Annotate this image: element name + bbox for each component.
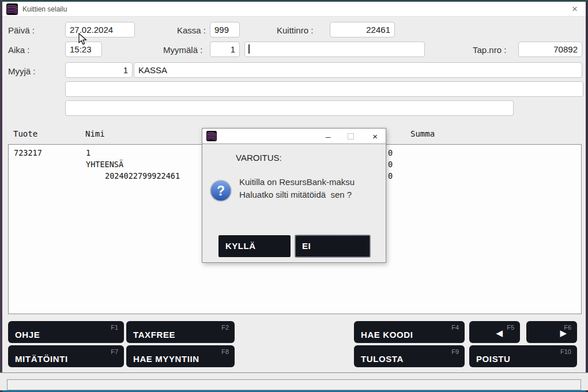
column-header-tuote: Tuote (13, 129, 37, 138)
column-header-summa: Summa (410, 129, 435, 138)
extra-field-2[interactable] (65, 100, 514, 116)
cell-receipt-code: 2024022799922461 (105, 171, 180, 180)
fkey-label: F1 (111, 324, 118, 331)
app-logo-icon (6, 3, 18, 15)
button-label: TAXFREE (133, 330, 175, 340)
next-receipt-button[interactable]: ▶ F6 (526, 321, 577, 343)
myyja-name-field[interactable]: KASSA (134, 62, 582, 78)
status-message-box (7, 379, 581, 390)
mitatointi-button[interactable]: MITÄTÖINTI F7 (8, 345, 124, 367)
myyja-number-field[interactable]: 1 (65, 62, 133, 78)
window-title: Kuittien selailu (22, 5, 67, 13)
fkey-label: F8 (221, 348, 229, 355)
ei-button[interactable]: EI (295, 235, 370, 257)
button-label: HAE MYYNTIIN (133, 354, 199, 364)
myymala-label: Myymälä : (163, 45, 202, 55)
button-label: OHJE (15, 330, 40, 340)
taxfree-button[interactable]: TAXFREE F2 (126, 321, 235, 343)
dialog-titlebar: – × (202, 129, 386, 144)
tapnro-field[interactable]: 70892 (518, 42, 582, 57)
fkey-label: F2 (221, 324, 229, 331)
fkey-label: F6 (564, 324, 571, 331)
mouse-cursor (78, 33, 87, 46)
myyja-label: Myyjä : (8, 66, 36, 76)
text-caret (248, 44, 250, 54)
app-window: Kuittien selailu × Päivä : 27.02.2024 Ka… (0, 0, 588, 392)
kuittinro-field[interactable]: 22461 (330, 22, 395, 37)
fkey-label: F10 (560, 348, 571, 355)
dialog-message-line2: Haluatko silti mitätöidä sen ? (239, 190, 352, 199)
warning-dialog: – × VAROITUS: ? Kuitilla on ResursBank-m… (202, 128, 386, 263)
minimize-icon[interactable]: – (326, 131, 330, 141)
aika-label: Aika : (8, 45, 30, 55)
ohje-button[interactable]: OHJE F1 (8, 321, 124, 343)
column-header-nimi: Nimi (85, 129, 105, 138)
left-arrow-icon: ◀ (496, 328, 503, 338)
close-icon[interactable]: × (572, 4, 578, 14)
hae-koodi-button[interactable]: HAE KOODI F4 (354, 321, 465, 343)
cell-nimi: YHTEENSÄ (86, 160, 123, 169)
kylla-button[interactable]: KYLLÄ (218, 235, 291, 257)
poistu-button[interactable]: POISTU F10 (469, 345, 577, 367)
previous-receipt-button[interactable]: ◀ F5 (469, 321, 520, 343)
button-label: MITÄTÖINTI (15, 354, 68, 364)
fkey-label: F9 (451, 348, 459, 355)
hae-myyntiin-button[interactable]: HAE MYYNTIIN F8 (126, 345, 235, 367)
dialog-heading: VAROITUS: (236, 153, 282, 163)
paiva-field[interactable]: 27.02.2024 (65, 22, 135, 37)
cell-tuote: 723217 (14, 148, 42, 157)
cell-summa-partial: 0 (388, 160, 393, 169)
button-label: HAE KOODI (361, 330, 413, 340)
maximize-icon (348, 133, 354, 140)
kassa-label: Kassa : (177, 25, 206, 35)
cell-summa-partial: 0 (388, 171, 393, 180)
button-label: TULOSTA (361, 354, 404, 364)
tapnro-label: Tap.nro : (473, 45, 506, 55)
myymala-name-field[interactable] (244, 42, 425, 57)
svg-text:?: ? (217, 183, 225, 198)
kuittinro-label: Kuittinro : (277, 25, 313, 35)
app-logo-icon (206, 131, 217, 141)
extra-field-1[interactable] (65, 81, 583, 97)
paiva-label: Päivä : (8, 25, 35, 35)
cell-nimi: 1 (86, 148, 91, 157)
fkey-label: F7 (111, 348, 118, 355)
kassa-field[interactable]: 999 (210, 22, 240, 37)
cell-summa-partial: 0 (388, 148, 393, 157)
button-label: POISTU (476, 354, 510, 364)
fkey-label: F4 (451, 324, 459, 331)
myymala-number-field[interactable]: 1 (210, 42, 240, 57)
question-icon: ? (209, 179, 232, 202)
fkey-label: F5 (507, 324, 514, 331)
tulosta-button[interactable]: TULOSTA F9 (354, 345, 465, 367)
titlebar: Kuittien selailu × (2, 2, 586, 17)
close-icon[interactable]: × (372, 131, 378, 141)
dialog-message-line1: Kuitilla on ResursBank-maksu (239, 177, 355, 187)
status-bar (0, 372, 588, 390)
